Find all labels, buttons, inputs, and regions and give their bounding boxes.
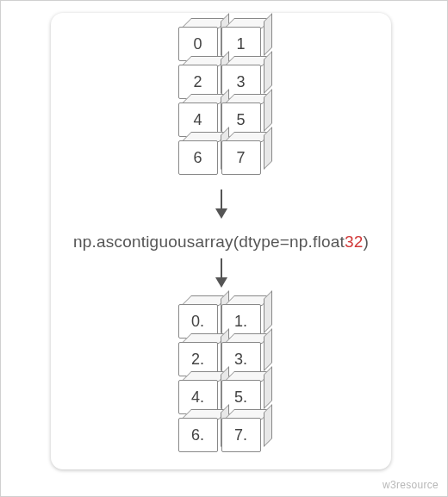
input-array-grid: 0 1 2 3 4 5 6 <box>178 27 264 178</box>
output-array-grid: 0. 1. 2. 3. 4. 5. <box>178 304 264 456</box>
cell-value: 6 <box>178 140 218 175</box>
array-cell: 7 <box>221 140 264 178</box>
watermark-text: w3resource <box>383 479 439 491</box>
diagram-stage: 0 1 2 3 4 5 6 <box>0 0 448 497</box>
cell-value: 7. <box>221 418 261 452</box>
arrow-down-icon <box>221 189 222 217</box>
cell-value: 7 <box>221 140 261 175</box>
code-accent: 32 <box>345 233 364 251</box>
transformation-code: np.ascontiguousarray(dtype=np.float32) <box>73 233 369 252</box>
cell-value: 6. <box>178 418 218 452</box>
array-cell: 7. <box>221 418 264 456</box>
array-cell: 6 <box>178 140 221 178</box>
diagram-card: 0 1 2 3 4 5 6 <box>51 13 391 469</box>
code-prefix: np.ascontiguousarray(dtype=np.float <box>73 233 345 251</box>
array-cell: 6. <box>178 418 221 456</box>
arrow-down-icon <box>221 258 222 286</box>
code-suffix: ) <box>363 233 369 251</box>
